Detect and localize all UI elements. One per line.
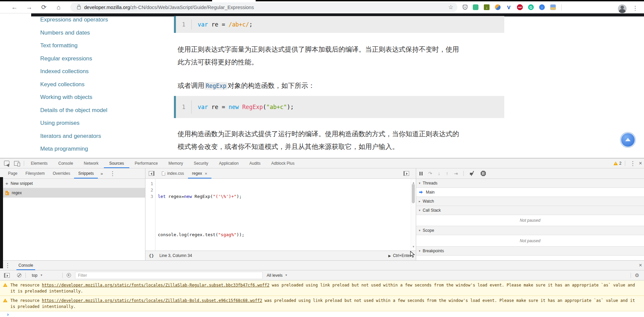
- tab-elements[interactable]: Elements: [25, 159, 53, 168]
- console-warning-row[interactable]: The resource https://developer.mozilla.o…: [0, 296, 644, 311]
- tab-security[interactable]: Security: [188, 159, 213, 168]
- devtools-menu-icon[interactable]: ⋮: [630, 160, 636, 167]
- hide-navigator-icon[interactable]: [149, 171, 154, 176]
- bookmark-star-icon[interactable]: ☆: [448, 4, 453, 11]
- tab-network[interactable]: Network: [78, 159, 104, 168]
- tab-page[interactable]: Page: [4, 169, 21, 178]
- tab-adblock-plus[interactable]: Adblock Plus: [266, 159, 300, 168]
- evernote-extension-icon[interactable]: [473, 4, 478, 10]
- navigator-menu-icon[interactable]: ⋮: [110, 170, 115, 177]
- sidebar-link-numbers[interactable]: Numbers and dates: [40, 30, 90, 36]
- step-over-icon[interactable]: ↷: [428, 171, 432, 176]
- code-editor[interactable]: 1 2 3 let regex=new RegExp("('\%')+"); c…: [145, 179, 416, 251]
- drawer-menu-icon[interactable]: ⋮: [5, 262, 10, 269]
- thread-label: Main: [426, 190, 435, 195]
- tab-overrides[interactable]: Overrides: [49, 169, 74, 178]
- section-breakpoints[interactable]: ▾ Breakpoints: [416, 247, 644, 256]
- url-text[interactable]: developer.mozilla.org/zh-CN/docs/Web/Jav…: [84, 5, 254, 10]
- sidebar-link-using-promises[interactable]: Using promises: [40, 120, 79, 126]
- show-console-sidebar-icon[interactable]: [4, 273, 10, 278]
- sidebar-link-meta-programming[interactable]: Meta programming: [40, 146, 88, 152]
- more-tabs-icon[interactable]: »: [98, 171, 106, 176]
- console-settings-icon[interactable]: ⚙: [635, 272, 639, 278]
- divider: [463, 171, 464, 176]
- warning-resource-link[interactable]: https://developer.mozilla.org/static/fon…: [42, 298, 262, 303]
- vimium-extension-icon[interactable]: V: [506, 4, 512, 10]
- url-bar[interactable]: developer.mozilla.org/zh-CN/docs/Web/Jav…: [70, 2, 457, 12]
- console-filter-input[interactable]: [75, 272, 263, 279]
- editor-file-tabs: index.css regex ×: [145, 168, 416, 179]
- sidebar-link-working-with-objects[interactable]: Working with objects: [40, 94, 92, 100]
- grammarly-extension-icon[interactable]: G: [528, 4, 534, 10]
- show-debugger-panel-icon[interactable]: [403, 171, 409, 176]
- uploader-extension-icon[interactable]: ↑: [539, 4, 545, 10]
- warning-resource-link[interactable]: https://developer.mozilla.org/static/fon…: [42, 283, 269, 287]
- tab-audits[interactable]: Audits: [244, 159, 266, 168]
- context-selector[interactable]: top ▼: [30, 273, 58, 278]
- devtools-close-icon[interactable]: ×: [639, 160, 642, 166]
- tab-filesystem[interactable]: Filesystem: [21, 169, 49, 178]
- chrome-menu-icon[interactable]: ⋮: [632, 5, 638, 12]
- editor-code[interactable]: let regex=new RegExp("('\%')+"); console…: [155, 179, 244, 251]
- https-lock-icon[interactable]: [77, 6, 81, 9]
- home-icon[interactable]: ⌂: [54, 4, 63, 11]
- step-into-icon[interactable]: ↓: [438, 171, 440, 176]
- sidebar-link-expressions[interactable]: Expressions and operators: [40, 16, 108, 23]
- run-snippet-button[interactable]: ▶ Ctrl+Enter: [388, 253, 411, 258]
- back-icon[interactable]: ←: [10, 4, 19, 11]
- step-icon[interactable]: ⇥: [454, 171, 458, 176]
- sidebar-link-object-model[interactable]: Details of the object model: [40, 107, 107, 113]
- tab-console-drawer[interactable]: Console: [16, 261, 35, 270]
- section-threads[interactable]: ▾ Threads: [416, 179, 644, 188]
- tab-sources[interactable]: Sources: [104, 159, 129, 168]
- tab-application[interactable]: Application: [214, 159, 244, 168]
- live-expression-icon[interactable]: [67, 273, 71, 277]
- download-extension-icon[interactable]: ↓: [484, 4, 490, 10]
- pretty-print-icon[interactable]: {}: [149, 253, 154, 258]
- device-toolbar-icon[interactable]: [14, 161, 19, 166]
- new-snippet-button[interactable]: + New snippet: [0, 179, 145, 188]
- file-tab-index-css[interactable]: index.css: [158, 168, 188, 178]
- scrollbar-down-icon[interactable]: ▼: [411, 244, 416, 250]
- pause-on-exceptions-icon[interactable]: [480, 171, 486, 176]
- adblock-plus-extension-icon[interactable]: ABP: [517, 4, 523, 10]
- thread-main-row[interactable]: Main: [416, 188, 644, 197]
- profile-avatar[interactable]: [618, 4, 627, 13]
- section-call-stack[interactable]: ▾ Call Stack: [416, 206, 644, 215]
- section-scope[interactable]: ▾ Scope: [416, 226, 644, 235]
- sidebar-link-keyed-collections[interactable]: Keyed collections: [40, 81, 84, 88]
- sidebar-link-indexed-collections[interactable]: Indexed collections: [40, 68, 89, 74]
- log-levels-selector[interactable]: All levels ▼: [267, 273, 287, 278]
- tab-snippets[interactable]: Snippets: [74, 169, 98, 178]
- tab-console[interactable]: Console: [53, 159, 78, 168]
- tab-memory[interactable]: Memory: [163, 159, 188, 168]
- editor-scrollbar[interactable]: ▲ ▼: [411, 179, 416, 251]
- toolbar-separator: [561, 4, 562, 10]
- sidebar-link-text-formatting[interactable]: Text formatting: [40, 42, 78, 49]
- step-out-icon[interactable]: ↑: [446, 171, 448, 176]
- close-tab-icon[interactable]: ×: [205, 171, 207, 176]
- clear-console-icon[interactable]: [17, 273, 21, 277]
- inline-code-regexp[interactable]: RegExp: [204, 82, 228, 90]
- scrollbar-thumb[interactable]: [412, 184, 415, 203]
- sidebar-link-iterators[interactable]: Iterators and generators: [40, 133, 101, 139]
- forward-icon[interactable]: →: [25, 4, 34, 11]
- console-warning-row[interactable]: The resource https://developer.mozilla.o…: [0, 280, 644, 296]
- warning-count-badge[interactable]: 2: [614, 161, 622, 166]
- snippet-item-regex[interactable]: regex: [0, 188, 145, 198]
- pause-script-icon[interactable]: [420, 172, 423, 175]
- sidebar-link-regular-expressions[interactable]: Regular expressions: [40, 55, 92, 62]
- inspect-element-icon[interactable]: [4, 161, 9, 166]
- tab-performance[interactable]: Performance: [129, 159, 163, 168]
- console-prompt[interactable]: ›: [0, 311, 644, 317]
- drawer-close-icon[interactable]: ×: [639, 262, 642, 268]
- reload-icon[interactable]: ⟳: [40, 3, 48, 11]
- screenshot-extension-icon[interactable]: [550, 4, 556, 10]
- file-tab-regex[interactable]: regex ×: [188, 168, 211, 178]
- pocket-extension-icon[interactable]: ∨: [463, 5, 467, 10]
- theme-extension-icon[interactable]: [495, 4, 501, 10]
- deactivate-breakpoints-icon[interactable]: [469, 171, 475, 176]
- code-line-2: [158, 212, 244, 219]
- section-watch[interactable]: ▸ Watch: [416, 197, 644, 206]
- scroll-to-top-button[interactable]: [621, 133, 635, 147]
